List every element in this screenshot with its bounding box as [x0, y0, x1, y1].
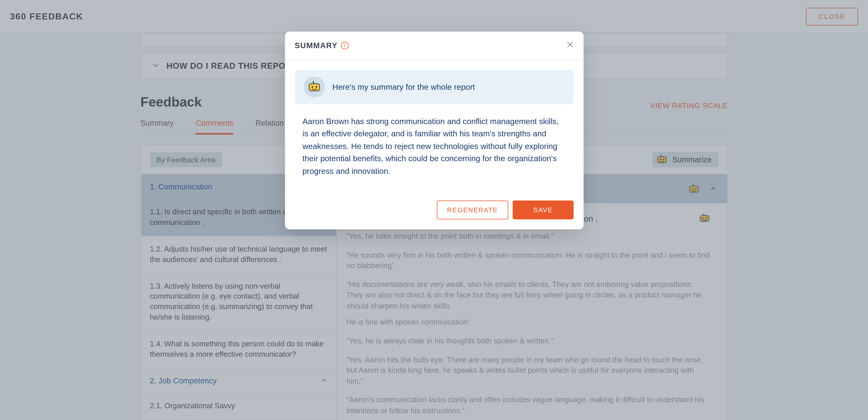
save-button[interactable]: SAVE — [513, 201, 573, 219]
close-icon[interactable] — [566, 40, 574, 51]
summary-text: Aaron Brown has strong communication and… — [295, 115, 574, 187]
regenerate-button[interactable]: REGENERATE — [436, 201, 508, 219]
svg-point-17 — [312, 81, 314, 83]
summary-banner: Here's my summary for the whole report — [295, 70, 574, 104]
info-icon[interactable]: i — [341, 41, 348, 49]
svg-point-19 — [315, 86, 317, 88]
banner-text: Here's my summary for the whole report — [332, 83, 475, 91]
summary-modal: SUMMARY i Here's my summary for the whol… — [285, 32, 583, 230]
svg-point-18 — [311, 86, 313, 88]
modal-title: SUMMARY — [295, 41, 338, 50]
robot-avatar — [304, 77, 324, 97]
